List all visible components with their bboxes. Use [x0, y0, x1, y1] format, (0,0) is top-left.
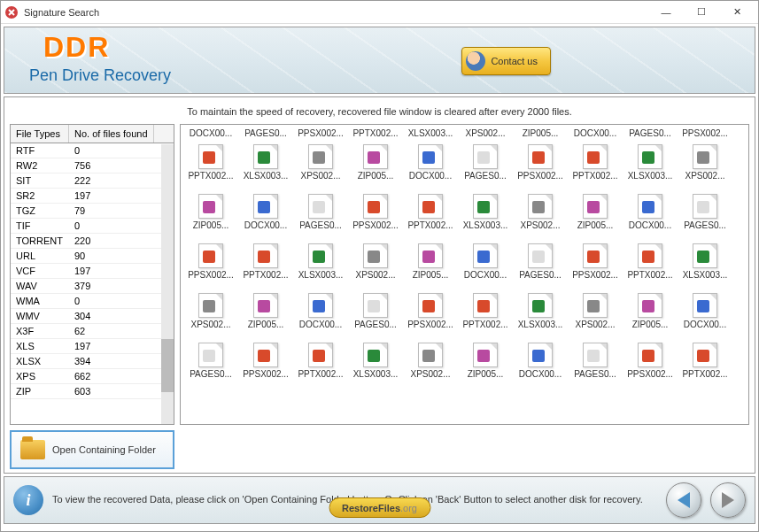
file-item[interactable]: DOCX00... [623, 194, 677, 242]
file-item[interactable]: DOCX00... [459, 243, 512, 291]
file-label: ZIP005... [569, 220, 622, 230]
file-type-row[interactable]: VCF197 [11, 264, 174, 279]
contact-us-button[interactable]: Contact us [461, 47, 551, 75]
file-item[interactable]: XPS002... [349, 243, 402, 291]
file-item[interactable]: PPTX002... [184, 144, 237, 192]
file-item[interactable]: DOCX00... [294, 293, 347, 341]
file-item[interactable]: XLSX003... [349, 343, 402, 390]
file-type-row[interactable]: WMV304 [11, 309, 174, 324]
file-item[interactable]: XLSX003... [404, 128, 457, 143]
file-item[interactable]: PAGES0... [294, 194, 347, 242]
file-icon [363, 194, 388, 219]
file-item[interactable]: PPTX002... [678, 343, 732, 390]
maximize-button[interactable]: ☐ [684, 3, 719, 22]
open-containing-folder-button[interactable]: Open Containing Folder [10, 430, 174, 469]
file-item[interactable]: PAGES0... [623, 128, 677, 143]
file-item[interactable]: XPS002... [294, 144, 347, 192]
file-item[interactable]: PAGES0... [459, 144, 512, 192]
back-button[interactable] [666, 482, 701, 518]
col-file-types[interactable]: File Types [11, 125, 69, 143]
file-type-row[interactable]: WAV379 [11, 279, 174, 294]
file-item[interactable]: PPSX002... [239, 343, 292, 390]
files-grid[interactable]: DOCX00...PAGES0...PPSX002...PPTX002...XL… [180, 124, 749, 425]
file-label: PPSX002... [514, 171, 567, 181]
file-item[interactable]: XLSX003... [514, 293, 567, 341]
file-type-row[interactable]: SR2197 [11, 189, 174, 204]
file-item[interactable]: PAGES0... [514, 243, 567, 291]
forward-button[interactable] [710, 482, 746, 518]
file-item[interactable]: PPSX002... [184, 243, 237, 291]
file-types-rows[interactable]: RTF0RW2756SIT222SR2197TGZ79TIF0TORRENT22… [11, 143, 174, 424]
file-item[interactable]: XLSX003... [294, 243, 347, 291]
close-button[interactable]: ✕ [719, 3, 755, 22]
file-type-row[interactable]: TORRENT220 [11, 234, 174, 249]
scrollbar-track[interactable] [161, 144, 174, 424]
file-item[interactable]: XPS002... [678, 144, 732, 192]
file-item[interactable]: PPSX002... [294, 128, 347, 143]
file-item[interactable]: XLSX003... [623, 144, 677, 192]
file-item[interactable]: DOCX00... [184, 128, 237, 143]
file-item[interactable]: XPS002... [184, 293, 237, 341]
file-type-row[interactable]: XLSX394 [11, 354, 174, 369]
file-item[interactable]: XPS002... [514, 194, 567, 242]
file-item[interactable]: DOCX00... [404, 144, 457, 192]
file-type-row[interactable]: URL90 [11, 249, 174, 264]
file-item[interactable]: ZIP005... [349, 144, 402, 192]
file-item[interactable]: PAGES0... [678, 194, 732, 242]
file-item[interactable]: XPS002... [404, 343, 457, 390]
file-label: XPS002... [294, 171, 347, 181]
file-item[interactable]: PAGES0... [569, 343, 622, 390]
file-label: PPTX002... [678, 369, 732, 379]
file-label: DOCX00... [678, 320, 732, 329]
file-type-row[interactable]: XLS197 [11, 339, 174, 354]
file-item[interactable]: DOCX00... [569, 128, 622, 143]
file-icon [528, 343, 553, 367]
file-item[interactable]: DOCX00... [678, 293, 732, 341]
file-item[interactable]: PPSX002... [514, 144, 567, 192]
file-type-row[interactable]: RTF0 [11, 143, 174, 158]
file-type-row[interactable]: ZIP603 [11, 384, 174, 399]
file-type-row[interactable]: TIF0 [11, 219, 174, 234]
file-item[interactable]: ZIP005... [239, 293, 292, 341]
file-type-row[interactable]: RW2756 [11, 158, 174, 173]
file-item[interactable]: DOCX00... [514, 343, 567, 390]
file-type-row[interactable]: XPS662 [11, 369, 174, 384]
file-item[interactable]: XPS002... [459, 128, 512, 143]
file-item[interactable]: PPTX002... [239, 243, 292, 291]
file-item[interactable]: PPTX002... [459, 293, 512, 341]
file-item[interactable]: PAGES0... [239, 128, 292, 143]
file-item[interactable]: PPTX002... [569, 144, 622, 192]
file-item[interactable]: XLSX003... [678, 243, 732, 291]
file-item[interactable]: ZIP005... [404, 243, 457, 291]
file-type-row[interactable]: SIT222 [11, 173, 174, 189]
file-type-row[interactable]: TGZ79 [11, 204, 174, 219]
file-item[interactable]: PPTX002... [294, 343, 347, 390]
file-item[interactable]: ZIP005... [623, 293, 677, 341]
file-item[interactable]: DOCX00... [239, 194, 292, 242]
file-item[interactable]: PPSX002... [349, 194, 402, 242]
file-item[interactable]: PPSX002... [404, 293, 457, 341]
file-item[interactable]: PPTX002... [349, 128, 402, 143]
file-item[interactable]: PAGES0... [184, 343, 237, 390]
file-item[interactable]: PPTX002... [404, 194, 457, 242]
file-item[interactable]: ZIP005... [459, 343, 512, 390]
file-item[interactable]: XLSX003... [239, 144, 292, 192]
minimize-button[interactable]: — [648, 3, 684, 22]
file-item[interactable]: PPSX002... [569, 243, 622, 291]
file-item[interactable]: ZIP005... [569, 194, 622, 242]
scrollbar-thumb[interactable] [161, 339, 174, 392]
file-icon [528, 293, 553, 318]
file-item[interactable]: PPTX002... [623, 243, 677, 291]
file-item[interactable]: ZIP005... [184, 194, 237, 242]
file-item[interactable]: PAGES0... [349, 293, 402, 341]
file-item[interactable]: PPSX002... [623, 343, 677, 390]
file-item[interactable]: XLSX003... [459, 194, 512, 242]
file-icon [418, 144, 443, 169]
file-type-row[interactable]: WMA0 [11, 294, 174, 309]
file-item[interactable]: PPSX002... [678, 128, 732, 143]
file-type-row[interactable]: X3F62 [11, 324, 174, 339]
file-item[interactable]: ZIP005... [514, 128, 567, 143]
file-item[interactable]: XPS002... [569, 293, 622, 341]
file-label: ZIP005... [349, 171, 402, 181]
col-count[interactable]: No. of files found [69, 125, 154, 143]
